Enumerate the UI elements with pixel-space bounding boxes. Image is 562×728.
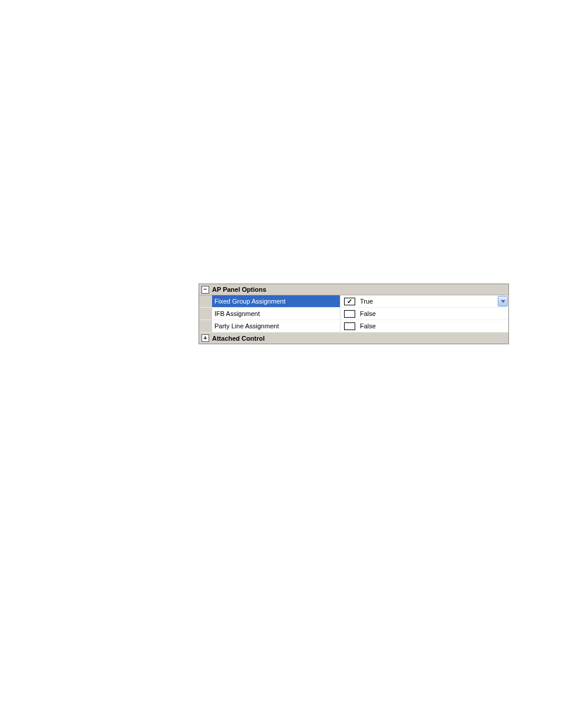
group-header-attached-control[interactable]: + Attached Control	[199, 332, 508, 344]
checkbox[interactable]	[344, 322, 355, 330]
row-indent	[199, 308, 212, 319]
collapse-icon[interactable]: −	[201, 286, 209, 294]
group-title: AP Panel Options	[212, 286, 266, 293]
checkbox[interactable]	[344, 310, 355, 318]
chevron-down-icon	[501, 300, 505, 303]
property-row-ifb[interactable]: IFB Assignment False	[199, 308, 508, 320]
group-title: Attached Control	[212, 335, 265, 342]
checkmark-icon: ✓	[347, 298, 352, 305]
property-value-cell[interactable]: ✓ True	[340, 295, 508, 307]
row-indent	[199, 295, 212, 307]
value-text: False	[360, 310, 376, 317]
property-name[interactable]: Party Line Assignment	[212, 320, 340, 332]
property-name[interactable]: IFB Assignment	[212, 308, 340, 319]
value-text: False	[360, 322, 376, 330]
property-row-party-line[interactable]: Party Line Assignment False	[199, 320, 508, 332]
property-row-fixed-group[interactable]: Fixed Group Assignment ✓ True	[199, 295, 508, 308]
expand-icon[interactable]: +	[201, 334, 209, 342]
checkbox[interactable]: ✓	[344, 298, 355, 305]
row-indent	[199, 320, 212, 332]
property-grid: − AP Panel Options Fixed Group Assignmen…	[199, 284, 509, 344]
dropdown-button[interactable]	[498, 296, 508, 307]
value-text: True	[360, 298, 373, 305]
expand-symbol: −	[204, 286, 207, 292]
expand-symbol: +	[204, 335, 207, 341]
property-name[interactable]: Fixed Group Assignment	[212, 295, 340, 307]
property-value-cell[interactable]: False	[340, 320, 508, 332]
group-header-ap-panel-options[interactable]: − AP Panel Options	[199, 284, 508, 295]
property-value-cell[interactable]: False	[340, 308, 508, 319]
